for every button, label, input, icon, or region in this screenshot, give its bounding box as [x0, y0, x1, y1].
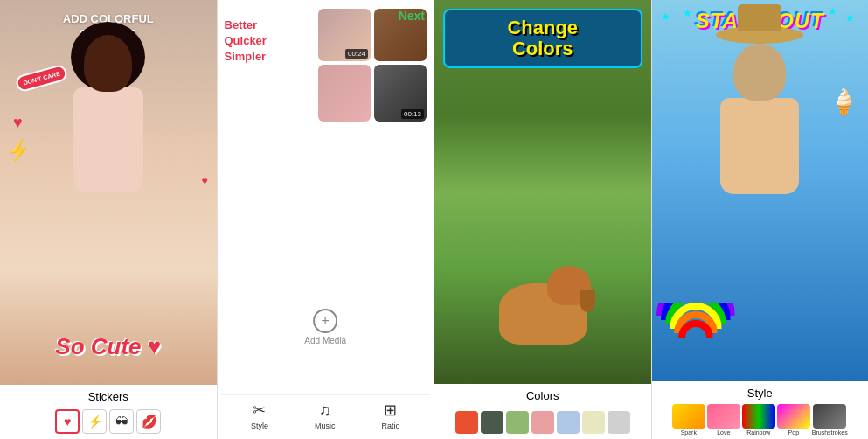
- color-swatch-4[interactable]: [531, 411, 554, 434]
- panel1-image-area: ADD COLORFULSTICKERS DON'T CARE ♥ ⚡ ♥ So…: [0, 0, 217, 385]
- panel3-label: Colors: [526, 389, 559, 402]
- toolbar: ✂ Style ♫ Music ⊞ Ratio: [221, 394, 431, 436]
- person4-figure: [707, 44, 812, 219]
- media-thumb-4[interactable]: 00:13: [374, 65, 427, 122]
- glasses-swatch[interactable]: 🕶: [109, 409, 134, 434]
- panel2-background: Next BetterQuickerSimpler 00:24 ☛ 00:13: [218, 0, 434, 389]
- rainbow-label: Rainbow: [746, 429, 770, 436]
- panel-style: STAND OUT ★ ★ ★ ★: [652, 0, 869, 439]
- afro-hair: [71, 22, 145, 92]
- color-swatch-3[interactable]: [506, 411, 529, 434]
- panel-colors: ChangeColors Colors: [434, 0, 652, 439]
- color-swatch-5[interactable]: [557, 411, 580, 434]
- style-swatch-brushstrokes[interactable]: Brushstrokes: [812, 404, 848, 436]
- dog-background: ChangeColors: [434, 0, 651, 384]
- toolbar-ratio-label: Ratio: [381, 422, 399, 430]
- media-duration-1: 00:24: [345, 49, 368, 59]
- style-swatch-love[interactable]: Love: [707, 404, 740, 436]
- media-duration-2: 00:13: [401, 109, 424, 119]
- media-thumb-1[interactable]: 00:24: [318, 9, 371, 61]
- panel1-bottom: Stickers ♥ ⚡ 🕶 💋: [0, 385, 217, 439]
- love-swatch: [707, 404, 740, 429]
- add-media-circle-icon: +: [313, 309, 337, 333]
- color-title-box: ChangeColors: [443, 9, 642, 68]
- panel2-bottom: ✂ Style ♫ Music ⊞ Ratio: [218, 389, 434, 439]
- app-container: ADD COLORFULSTICKERS DON'T CARE ♥ ⚡ ♥ So…: [0, 0, 868, 439]
- color-swatch-7[interactable]: [608, 411, 630, 434]
- style-background: STAND OUT ★ ★ ★ ★: [652, 0, 869, 381]
- popsicle-icon: 🍦: [829, 87, 859, 116]
- style-swatch-row: Spark Love Rainbow Pop Brushstrokes: [656, 404, 865, 436]
- star-icon-1: ★: [661, 10, 670, 23]
- dog-ear: [580, 290, 595, 312]
- color-swatch-6[interactable]: [582, 411, 605, 434]
- next-button[interactable]: Next: [399, 9, 425, 23]
- add-media-button[interactable]: + Add Media: [304, 309, 346, 345]
- panel4-background: STAND OUT ★ ★ ★ ★: [652, 0, 869, 381]
- panel3-image-area: ChangeColors: [434, 0, 651, 384]
- star-icon-3: ★: [845, 12, 855, 24]
- panel-media: Next BetterQuickerSimpler 00:24 ☛ 00:13: [218, 0, 435, 439]
- hat-top: [738, 4, 781, 31]
- brushstrokes-swatch: [813, 404, 846, 429]
- media-tagline: BetterQuickerSimpler: [225, 17, 295, 66]
- rainbow-container: [656, 303, 735, 355]
- change-colors-title: ChangeColors: [452, 17, 634, 59]
- star-icon-2: ★: [683, 7, 692, 19]
- panel1-label: Stickers: [88, 390, 128, 403]
- person4-body: [720, 98, 799, 194]
- lightning-swatch[interactable]: ⚡: [82, 409, 107, 434]
- media-grid: 00:24 ☛ 00:13: [318, 9, 427, 122]
- brushstrokes-label: Brushstrokes: [812, 429, 848, 436]
- panel2-image-area: Next BetterQuickerSimpler 00:24 ☛ 00:13: [218, 0, 434, 389]
- person4-head: [733, 44, 786, 101]
- style-icon: ✂: [253, 401, 266, 420]
- panel3-background: ChangeColors: [434, 0, 651, 384]
- rainbow-red: [678, 320, 713, 355]
- color-swatch-row: [438, 409, 648, 436]
- love-label: Love: [717, 429, 730, 436]
- lips-swatch[interactable]: 💋: [136, 409, 161, 434]
- add-media-label: Add Media: [304, 336, 346, 345]
- person-head: [84, 35, 132, 92]
- style-swatch-rainbow[interactable]: Rainbow: [742, 404, 775, 436]
- spark-swatch: [672, 404, 705, 429]
- socute-sticker: So Cute ♥: [7, 333, 210, 360]
- spark-label: Spark: [681, 429, 697, 436]
- panel4-image-area: STAND OUT ★ ★ ★ ★: [652, 0, 869, 381]
- sticker-swatch-row: ♥ ⚡ 🕶 💋: [3, 408, 213, 436]
- style-swatch-spark[interactable]: Spark: [672, 404, 705, 436]
- dog-figure: [486, 266, 600, 353]
- panel4-label: Style: [747, 387, 773, 400]
- panel4-bottom: Style Spark Love Rainbow Pop: [652, 381, 869, 439]
- heart-sticker-2: ♥: [201, 175, 207, 187]
- toolbar-music-label: Music: [315, 422, 336, 430]
- ratio-icon: ⊞: [384, 401, 397, 420]
- panel3-bottom: Colors: [434, 384, 651, 439]
- heart-swatch[interactable]: ♥: [55, 409, 80, 434]
- pop-label: Pop: [788, 429, 799, 436]
- colors-label-row: Colors: [526, 389, 559, 407]
- toolbar-style-label: Style: [251, 422, 268, 430]
- star-icon-4: ★: [828, 5, 837, 17]
- media-text-area: BetterQuickerSimpler: [225, 17, 295, 66]
- lightning-sticker: ⚡: [5, 138, 32, 164]
- toolbar-style[interactable]: ✂ Style: [251, 401, 268, 430]
- music-icon: ♫: [319, 401, 331, 420]
- person-body: [73, 87, 143, 192]
- rainbow-swatch: [742, 404, 775, 429]
- heart-sticker-1: ♥: [13, 114, 23, 132]
- color-swatch-2[interactable]: [481, 411, 503, 434]
- media-thumb-3[interactable]: ☛: [318, 65, 371, 122]
- panel1-background: ADD COLORFULSTICKERS DON'T CARE ♥ ⚡ ♥ So…: [0, 0, 217, 385]
- person-figure: [60, 35, 156, 236]
- style-swatch-pop[interactable]: Pop: [777, 404, 810, 436]
- panel-stickers: ADD COLORFULSTICKERS DON'T CARE ♥ ⚡ ♥ So…: [0, 0, 218, 439]
- pop-swatch: [777, 404, 810, 429]
- color-swatch-1[interactable]: [455, 411, 478, 434]
- toolbar-ratio[interactable]: ⊞ Ratio: [381, 401, 399, 430]
- toolbar-music[interactable]: ♫ Music: [315, 401, 336, 430]
